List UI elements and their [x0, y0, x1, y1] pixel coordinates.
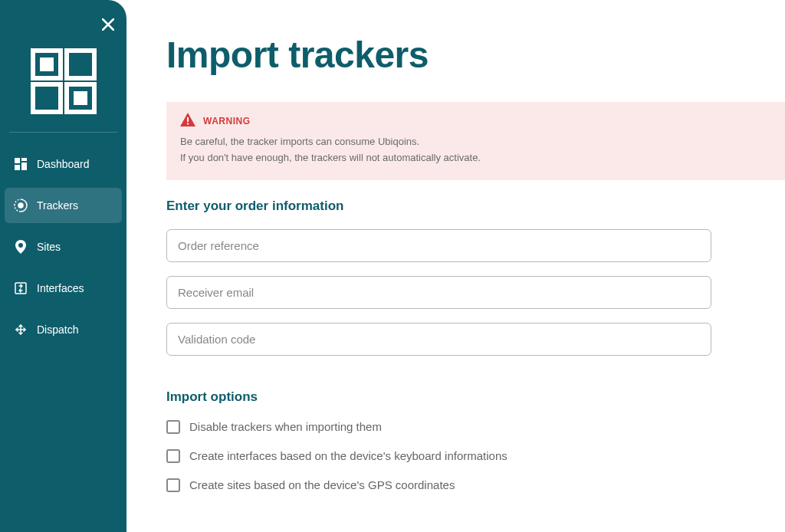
svg-rect-6 — [15, 158, 20, 163]
dashboard-icon — [14, 157, 28, 171]
checkbox-icon — [166, 478, 180, 492]
sidebar-item-dispatch[interactable]: Dispatch — [5, 312, 122, 347]
page-title: Import trackers — [166, 34, 785, 76]
receiver-email-input[interactable] — [166, 276, 711, 309]
svg-rect-14 — [187, 123, 189, 125]
svg-rect-13 — [187, 117, 189, 122]
divider — [9, 132, 117, 133]
import-options-title: Import options — [166, 389, 785, 405]
svg-point-10 — [18, 203, 23, 208]
option-disable-trackers[interactable]: Disable trackers when importing them — [166, 420, 785, 434]
option-create-interfaces[interactable]: Create interfaces based on the device's … — [166, 449, 785, 463]
sidebar-item-interfaces[interactable]: Interfaces — [5, 271, 122, 306]
main-content: Import trackers WARNING Be careful, the … — [126, 0, 785, 532]
dispatch-icon — [14, 323, 28, 337]
import-options-section: Import options Disable trackers when imp… — [166, 389, 785, 492]
interfaces-icon — [14, 281, 28, 295]
validation-code-input[interactable] — [166, 323, 711, 356]
checkbox-icon — [166, 449, 180, 463]
svg-rect-8 — [15, 165, 20, 170]
sidebar-item-label: Dispatch — [37, 323, 78, 336]
sidebar-item-label: Trackers — [37, 199, 78, 212]
sidebar-item-trackers[interactable]: Trackers — [5, 188, 122, 223]
sidebar-item-label: Sites — [37, 241, 61, 253]
nav: Dashboard Trackers Sites Interfaces Disp… — [0, 143, 126, 350]
sidebar: Dashboard Trackers Sites Interfaces Disp… — [0, 0, 126, 532]
checkbox-label: Create interfaces based on the device's … — [189, 449, 507, 462]
svg-rect-9 — [21, 163, 27, 170]
checkbox-icon — [166, 420, 180, 434]
svg-rect-7 — [21, 158, 27, 161]
svg-rect-5 — [74, 91, 87, 105]
pin-icon — [14, 240, 28, 254]
sidebar-item-dashboard[interactable]: Dashboard — [5, 146, 122, 182]
svg-rect-3 — [33, 84, 61, 112]
order-info-section-title: Enter your order information — [166, 199, 785, 214]
close-icon[interactable] — [102, 17, 114, 34]
svg-point-11 — [18, 243, 23, 248]
order-reference-input[interactable] — [166, 229, 711, 262]
checkbox-label: Create sites based on the device's GPS c… — [189, 478, 455, 491]
sidebar-item-label: Dashboard — [37, 158, 90, 170]
svg-rect-2 — [67, 51, 94, 78]
option-create-sites[interactable]: Create sites based on the device's GPS c… — [166, 478, 785, 492]
trackers-icon — [14, 199, 28, 212]
sidebar-item-sites[interactable]: Sites — [5, 229, 122, 264]
warning-banner: WARNING Be careful, the tracker imports … — [166, 102, 785, 180]
app-logo — [28, 46, 99, 117]
checkbox-label: Disable trackers when importing them — [189, 420, 382, 433]
warning-line1: Be careful, the tracker imports can cons… — [180, 134, 771, 150]
svg-rect-1 — [40, 57, 54, 71]
warning-line2: If you don't have enough, the trackers w… — [180, 150, 771, 166]
order-form — [166, 229, 785, 369]
warning-icon — [180, 113, 195, 130]
sidebar-item-label: Interfaces — [37, 282, 84, 294]
warning-title: WARNING — [203, 116, 251, 126]
